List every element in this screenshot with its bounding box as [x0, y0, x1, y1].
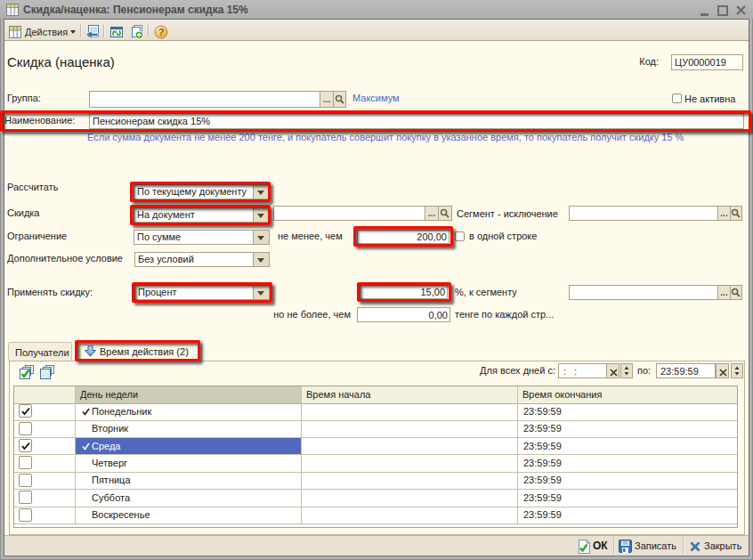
svg-text:?: ?	[158, 27, 165, 37]
